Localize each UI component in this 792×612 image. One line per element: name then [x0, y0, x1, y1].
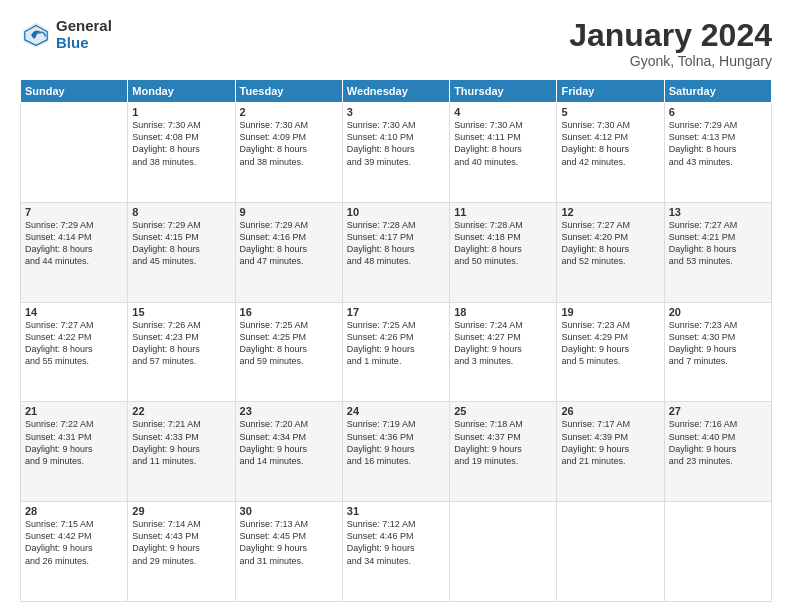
day-number: 26: [561, 405, 659, 417]
logo-general: General: [56, 18, 112, 35]
day-number: 15: [132, 306, 230, 318]
day-info: Sunrise: 7:27 AM Sunset: 4:21 PM Dayligh…: [669, 219, 767, 268]
calendar-cell: 20Sunrise: 7:23 AM Sunset: 4:30 PM Dayli…: [664, 302, 771, 402]
calendar-cell: 17Sunrise: 7:25 AM Sunset: 4:26 PM Dayli…: [342, 302, 449, 402]
day-number: 3: [347, 106, 445, 118]
day-number: 9: [240, 206, 338, 218]
calendar-cell: [664, 502, 771, 602]
day-number: 14: [25, 306, 123, 318]
day-info: Sunrise: 7:24 AM Sunset: 4:27 PM Dayligh…: [454, 319, 552, 368]
day-info: Sunrise: 7:15 AM Sunset: 4:42 PM Dayligh…: [25, 518, 123, 567]
day-number: 30: [240, 505, 338, 517]
day-number: 16: [240, 306, 338, 318]
calendar-cell: 3Sunrise: 7:30 AM Sunset: 4:10 PM Daylig…: [342, 103, 449, 203]
day-number: 4: [454, 106, 552, 118]
calendar-cell: 8Sunrise: 7:29 AM Sunset: 4:15 PM Daylig…: [128, 202, 235, 302]
day-info: Sunrise: 7:29 AM Sunset: 4:13 PM Dayligh…: [669, 119, 767, 168]
day-info: Sunrise: 7:23 AM Sunset: 4:30 PM Dayligh…: [669, 319, 767, 368]
header-friday: Friday: [557, 80, 664, 103]
calendar-cell: 27Sunrise: 7:16 AM Sunset: 4:40 PM Dayli…: [664, 402, 771, 502]
calendar-cell: 28Sunrise: 7:15 AM Sunset: 4:42 PM Dayli…: [21, 502, 128, 602]
day-number: 20: [669, 306, 767, 318]
location: Gyonk, Tolna, Hungary: [569, 53, 772, 69]
calendar-cell: 24Sunrise: 7:19 AM Sunset: 4:36 PM Dayli…: [342, 402, 449, 502]
day-info: Sunrise: 7:28 AM Sunset: 4:18 PM Dayligh…: [454, 219, 552, 268]
logo-text: General Blue: [56, 18, 112, 51]
calendar-cell: 15Sunrise: 7:26 AM Sunset: 4:23 PM Dayli…: [128, 302, 235, 402]
calendar-cell: 13Sunrise: 7:27 AM Sunset: 4:21 PM Dayli…: [664, 202, 771, 302]
calendar-cell: 30Sunrise: 7:13 AM Sunset: 4:45 PM Dayli…: [235, 502, 342, 602]
calendar-cell: 5Sunrise: 7:30 AM Sunset: 4:12 PM Daylig…: [557, 103, 664, 203]
calendar-cell: 22Sunrise: 7:21 AM Sunset: 4:33 PM Dayli…: [128, 402, 235, 502]
day-info: Sunrise: 7:29 AM Sunset: 4:16 PM Dayligh…: [240, 219, 338, 268]
header-thursday: Thursday: [450, 80, 557, 103]
calendar-cell: 23Sunrise: 7:20 AM Sunset: 4:34 PM Dayli…: [235, 402, 342, 502]
calendar-cell: 31Sunrise: 7:12 AM Sunset: 4:46 PM Dayli…: [342, 502, 449, 602]
calendar-week-5: 28Sunrise: 7:15 AM Sunset: 4:42 PM Dayli…: [21, 502, 772, 602]
day-info: Sunrise: 7:25 AM Sunset: 4:26 PM Dayligh…: [347, 319, 445, 368]
day-info: Sunrise: 7:27 AM Sunset: 4:20 PM Dayligh…: [561, 219, 659, 268]
calendar-week-1: 1Sunrise: 7:30 AM Sunset: 4:08 PM Daylig…: [21, 103, 772, 203]
calendar-week-2: 7Sunrise: 7:29 AM Sunset: 4:14 PM Daylig…: [21, 202, 772, 302]
day-number: 21: [25, 405, 123, 417]
day-info: Sunrise: 7:29 AM Sunset: 4:15 PM Dayligh…: [132, 219, 230, 268]
calendar-cell: 6Sunrise: 7:29 AM Sunset: 4:13 PM Daylig…: [664, 103, 771, 203]
calendar-cell: 12Sunrise: 7:27 AM Sunset: 4:20 PM Dayli…: [557, 202, 664, 302]
day-info: Sunrise: 7:20 AM Sunset: 4:34 PM Dayligh…: [240, 418, 338, 467]
header-wednesday: Wednesday: [342, 80, 449, 103]
calendar-cell: 19Sunrise: 7:23 AM Sunset: 4:29 PM Dayli…: [557, 302, 664, 402]
logo-blue: Blue: [56, 35, 112, 52]
title-block: January 2024 Gyonk, Tolna, Hungary: [569, 18, 772, 69]
day-info: Sunrise: 7:22 AM Sunset: 4:31 PM Dayligh…: [25, 418, 123, 467]
day-number: 31: [347, 505, 445, 517]
calendar-cell: 11Sunrise: 7:28 AM Sunset: 4:18 PM Dayli…: [450, 202, 557, 302]
day-number: 25: [454, 405, 552, 417]
calendar-table: Sunday Monday Tuesday Wednesday Thursday…: [20, 79, 772, 602]
calendar-cell: 25Sunrise: 7:18 AM Sunset: 4:37 PM Dayli…: [450, 402, 557, 502]
day-number: 23: [240, 405, 338, 417]
day-info: Sunrise: 7:19 AM Sunset: 4:36 PM Dayligh…: [347, 418, 445, 467]
header-row: Sunday Monday Tuesday Wednesday Thursday…: [21, 80, 772, 103]
day-info: Sunrise: 7:27 AM Sunset: 4:22 PM Dayligh…: [25, 319, 123, 368]
calendar-week-4: 21Sunrise: 7:22 AM Sunset: 4:31 PM Dayli…: [21, 402, 772, 502]
day-info: Sunrise: 7:30 AM Sunset: 4:10 PM Dayligh…: [347, 119, 445, 168]
day-number: 29: [132, 505, 230, 517]
day-info: Sunrise: 7:23 AM Sunset: 4:29 PM Dayligh…: [561, 319, 659, 368]
day-info: Sunrise: 7:25 AM Sunset: 4:25 PM Dayligh…: [240, 319, 338, 368]
header-saturday: Saturday: [664, 80, 771, 103]
calendar-cell: 14Sunrise: 7:27 AM Sunset: 4:22 PM Dayli…: [21, 302, 128, 402]
day-number: 10: [347, 206, 445, 218]
day-info: Sunrise: 7:28 AM Sunset: 4:17 PM Dayligh…: [347, 219, 445, 268]
calendar-cell: 21Sunrise: 7:22 AM Sunset: 4:31 PM Dayli…: [21, 402, 128, 502]
day-number: 2: [240, 106, 338, 118]
calendar-cell: 16Sunrise: 7:25 AM Sunset: 4:25 PM Dayli…: [235, 302, 342, 402]
calendar-cell: 29Sunrise: 7:14 AM Sunset: 4:43 PM Dayli…: [128, 502, 235, 602]
day-info: Sunrise: 7:18 AM Sunset: 4:37 PM Dayligh…: [454, 418, 552, 467]
calendar-cell: 18Sunrise: 7:24 AM Sunset: 4:27 PM Dayli…: [450, 302, 557, 402]
day-info: Sunrise: 7:29 AM Sunset: 4:14 PM Dayligh…: [25, 219, 123, 268]
calendar-cell: 4Sunrise: 7:30 AM Sunset: 4:11 PM Daylig…: [450, 103, 557, 203]
calendar-cell: [450, 502, 557, 602]
day-number: 1: [132, 106, 230, 118]
day-info: Sunrise: 7:17 AM Sunset: 4:39 PM Dayligh…: [561, 418, 659, 467]
day-info: Sunrise: 7:30 AM Sunset: 4:11 PM Dayligh…: [454, 119, 552, 168]
day-number: 13: [669, 206, 767, 218]
page-header: General Blue January 2024 Gyonk, Tolna, …: [20, 18, 772, 69]
day-number: 6: [669, 106, 767, 118]
day-info: Sunrise: 7:13 AM Sunset: 4:45 PM Dayligh…: [240, 518, 338, 567]
day-number: 5: [561, 106, 659, 118]
day-info: Sunrise: 7:12 AM Sunset: 4:46 PM Dayligh…: [347, 518, 445, 567]
day-number: 19: [561, 306, 659, 318]
day-number: 22: [132, 405, 230, 417]
day-number: 17: [347, 306, 445, 318]
calendar-cell: [21, 103, 128, 203]
calendar-cell: 26Sunrise: 7:17 AM Sunset: 4:39 PM Dayli…: [557, 402, 664, 502]
day-info: Sunrise: 7:30 AM Sunset: 4:12 PM Dayligh…: [561, 119, 659, 168]
calendar-cell: 1Sunrise: 7:30 AM Sunset: 4:08 PM Daylig…: [128, 103, 235, 203]
header-tuesday: Tuesday: [235, 80, 342, 103]
day-number: 11: [454, 206, 552, 218]
day-info: Sunrise: 7:21 AM Sunset: 4:33 PM Dayligh…: [132, 418, 230, 467]
calendar-cell: 7Sunrise: 7:29 AM Sunset: 4:14 PM Daylig…: [21, 202, 128, 302]
month-title: January 2024: [569, 18, 772, 53]
day-number: 12: [561, 206, 659, 218]
